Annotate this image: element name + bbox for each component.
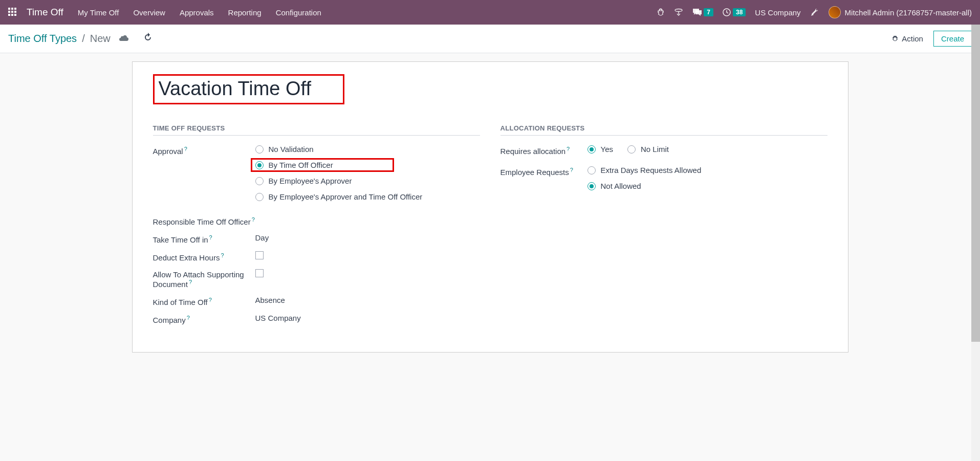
help-icon[interactable]: ? bbox=[221, 252, 224, 258]
nav-configuration[interactable]: Configuration bbox=[276, 8, 321, 17]
radio-icon bbox=[255, 161, 264, 169]
help-icon[interactable]: ? bbox=[570, 167, 573, 173]
nav-reporting[interactable]: Reporting bbox=[228, 8, 262, 17]
form-container: TIME OFF REQUESTS Approval? No Validatio… bbox=[0, 53, 980, 361]
breadcrumb-parent[interactable]: Time Off Types bbox=[8, 33, 77, 45]
left-column: TIME OFF REQUESTS Approval? No Validatio… bbox=[153, 124, 480, 332]
radio-icon bbox=[587, 145, 596, 153]
create-button[interactable]: Create bbox=[933, 31, 972, 47]
user-name: Mitchell Admin (21768757-master-all) bbox=[845, 8, 972, 17]
control-bar: Time Off Types / New Action Create bbox=[0, 25, 980, 53]
action-button[interactable]: Action bbox=[891, 34, 923, 43]
label-kind-of-time-off: Kind of Time Off? bbox=[153, 296, 255, 306]
radio-by-approver-and-officer[interactable]: By Employee's Approver and Time Off Offi… bbox=[255, 192, 480, 201]
form-sheet: TIME OFF REQUESTS Approval? No Validatio… bbox=[132, 61, 848, 353]
label-employee-requests: Employee Requests? bbox=[500, 166, 587, 177]
label-responsible-officer: Responsible Time Off Officer? bbox=[153, 215, 255, 226]
user-menu[interactable]: Mitchell Admin (21768757-master-all) bbox=[829, 6, 972, 18]
section-allocation-requests: ALLOCATION REQUESTS bbox=[500, 124, 827, 136]
radio-highlight-box: By Time Off Officer bbox=[251, 158, 394, 172]
help-icon[interactable]: ? bbox=[209, 297, 212, 303]
save-cloud-icon[interactable] bbox=[119, 33, 129, 45]
debug-icon[interactable] bbox=[657, 8, 665, 16]
label-requires-allocation: Requires allocation? bbox=[500, 145, 587, 156]
activities-icon[interactable]: 38 bbox=[723, 8, 746, 16]
apps-icon[interactable] bbox=[8, 8, 17, 17]
field-company[interactable]: US Company bbox=[255, 314, 480, 322]
record-title-input[interactable] bbox=[159, 78, 338, 100]
breadcrumb-current: New bbox=[90, 33, 111, 45]
label-approval: Approval? bbox=[153, 145, 255, 156]
radio-icon bbox=[255, 177, 264, 185]
activities-badge: 38 bbox=[733, 8, 746, 16]
help-icon[interactable]: ? bbox=[184, 146, 187, 152]
radio-no-validation[interactable]: No Validation bbox=[255, 145, 480, 153]
gear-icon bbox=[891, 35, 899, 42]
scrollbar[interactable] bbox=[971, 25, 980, 361]
radio-icon bbox=[255, 193, 264, 201]
radio-icon bbox=[587, 166, 596, 174]
breadcrumb-separator: / bbox=[82, 33, 85, 45]
help-icon[interactable]: ? bbox=[567, 146, 570, 152]
section-time-off-requests: TIME OFF REQUESTS bbox=[153, 124, 480, 136]
help-icon[interactable]: ? bbox=[209, 234, 212, 240]
radio-icon bbox=[627, 145, 636, 153]
radio-not-allowed[interactable]: Not Allowed bbox=[587, 182, 827, 190]
help-icon[interactable]: ? bbox=[187, 315, 190, 321]
radio-extra-days-allowed[interactable]: Extra Days Requests Allowed bbox=[587, 166, 827, 174]
radio-requires-yes[interactable]: Yes bbox=[587, 145, 613, 153]
radio-requires-no-limit[interactable]: No Limit bbox=[627, 145, 669, 153]
help-icon[interactable]: ? bbox=[252, 216, 255, 223]
company-selector[interactable]: US Company bbox=[755, 8, 800, 17]
approval-radio-group: No Validation By Time Off Officer By bbox=[255, 145, 480, 201]
tools-icon[interactable] bbox=[810, 8, 819, 17]
right-column: ALLOCATION REQUESTS Requires allocation?… bbox=[500, 124, 827, 332]
nav-approvals[interactable]: Approvals bbox=[180, 8, 214, 17]
top-navbar: Time Off My Time Off Overview Approvals … bbox=[0, 0, 980, 25]
messages-badge: 7 bbox=[704, 8, 713, 16]
requires-allocation-radio-group: Yes No Limit bbox=[587, 145, 827, 153]
svg-point-0 bbox=[675, 9, 682, 12]
checkbox-deduct-extra-hours[interactable] bbox=[255, 251, 264, 259]
label-take-time-off-in: Take Time Off in? bbox=[153, 233, 255, 244]
radio-by-employees-approver[interactable]: By Employee's Approver bbox=[255, 177, 480, 185]
nav-my-time-off[interactable]: My Time Off bbox=[78, 8, 119, 17]
discard-icon[interactable] bbox=[143, 33, 153, 45]
title-highlight-box bbox=[153, 74, 344, 104]
employee-requests-radio-group: Extra Days Requests Allowed Not Allowed bbox=[587, 166, 827, 190]
app-brand[interactable]: Time Off bbox=[27, 7, 63, 18]
field-take-time-off-in[interactable]: Day bbox=[255, 233, 480, 242]
checkbox-allow-attach[interactable] bbox=[255, 269, 264, 277]
field-kind-of-time-off[interactable]: Absence bbox=[255, 296, 480, 304]
label-deduct-extra-hours: Deduct Extra Hours? bbox=[153, 251, 255, 262]
radio-icon bbox=[255, 145, 264, 153]
scrollbar-thumb[interactable] bbox=[971, 25, 980, 342]
action-label: Action bbox=[902, 34, 923, 43]
radio-by-time-off-officer[interactable]: By Time Off Officer bbox=[255, 161, 333, 169]
help-icon[interactable]: ? bbox=[189, 279, 192, 285]
support-icon[interactable] bbox=[674, 8, 683, 17]
label-company: Company? bbox=[153, 314, 255, 324]
radio-icon bbox=[587, 182, 596, 190]
messages-icon[interactable]: 7 bbox=[692, 8, 713, 16]
avatar bbox=[829, 6, 841, 18]
label-allow-attach-document: Allow To Attach Supporting Document? bbox=[153, 269, 255, 289]
nav-overview[interactable]: Overview bbox=[133, 8, 165, 17]
breadcrumb: Time Off Types / New bbox=[8, 33, 153, 45]
